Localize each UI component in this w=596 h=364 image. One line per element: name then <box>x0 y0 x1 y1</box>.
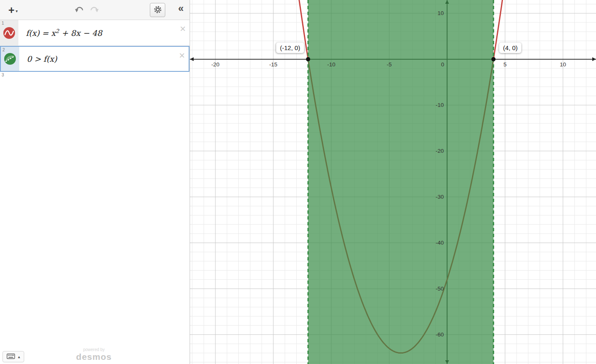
delete-expression-1-button[interactable]: × <box>180 24 186 34</box>
undo-redo-group <box>73 0 100 20</box>
show-keypad-button[interactable]: ▴ <box>3 351 24 362</box>
y-tick-label: 10 <box>437 10 444 16</box>
expression-2-input[interactable]: 0 > f(x) <box>19 47 189 71</box>
settings-button[interactable] <box>150 3 165 17</box>
zero-point[interactable] <box>491 57 495 61</box>
desmos-logo: desmos <box>76 352 111 361</box>
graph-svg[interactable]: -20-15-10-5051010-10-20-30-40-50-60 <box>190 0 596 364</box>
expression-1-pre: f(x) = x <box>26 28 56 38</box>
y-tick-label: -60 <box>436 331 444 338</box>
delete-expression-2-button[interactable]: × <box>179 51 185 61</box>
axis-arrowhead <box>592 57 596 61</box>
caret-up-icon: ▴ <box>18 354 20 359</box>
redo-arrow-icon <box>89 5 99 16</box>
desmos-watermark: powered by desmos <box>76 348 111 361</box>
expression-2-text: 0 > f(x) <box>27 54 57 63</box>
x-tick-label: -5 <box>386 61 391 68</box>
collapse-panel-button[interactable]: « <box>178 3 184 14</box>
expression-2-icon-cell[interactable]: 2 <box>1 47 19 71</box>
expression-1-post: + 8x − 48 <box>59 28 102 38</box>
expression-2-number: 2 <box>3 48 5 52</box>
powered-by-text: powered by <box>76 348 111 352</box>
plus-icon: + <box>8 6 15 14</box>
inequality-region[interactable] <box>308 0 493 364</box>
y-tick-label: -20 <box>436 148 444 154</box>
point-label: (4, 0) <box>499 43 521 53</box>
y-tick-label: -50 <box>436 286 444 292</box>
desmos-graphing-calculator: + ▾ <box>0 0 596 364</box>
y-tick-label: -10 <box>436 102 444 108</box>
keyboard-icon <box>7 354 15 360</box>
y-tick-label: -40 <box>436 240 444 246</box>
add-expression-button[interactable]: + ▾ <box>6 4 20 16</box>
inequality-region-icon[interactable] <box>4 53 16 65</box>
x-tick-label: 5 <box>503 61 507 68</box>
zero-point[interactable] <box>306 57 310 61</box>
redo-button[interactable] <box>88 4 100 17</box>
expression-3-number: 3 <box>2 73 4 77</box>
caret-down-icon: ▾ <box>16 9 18 14</box>
expression-panel: + ▾ <box>0 0 190 364</box>
expression-1-input[interactable]: f(x) = x2 + 8x − 48 <box>18 20 189 46</box>
expression-row-3[interactable]: 3 <box>0 72 189 87</box>
point-label: (-12, 0) <box>276 43 304 53</box>
expression-2-pre: 0 > f(x) <box>27 55 57 64</box>
expression-toolbar: + ▾ <box>0 0 189 20</box>
function-curve-icon[interactable] <box>3 27 15 39</box>
expression-row-2[interactable]: 2 0 > f(x) × <box>0 46 189 72</box>
x-tick-label: 10 <box>560 61 566 68</box>
expression-1-number: 1 <box>2 21 4 25</box>
expression-row-1[interactable]: 1 f(x) = x2 + 8x − 48 × <box>0 20 189 46</box>
y-tick-label: -30 <box>436 194 444 200</box>
graph-canvas[interactable]: -20-15-10-5051010-10-20-30-40-50-60(-12,… <box>190 0 596 364</box>
expression-1-text: f(x) = x2 + 8x − 48 <box>26 28 102 38</box>
x-tick-label: -20 <box>211 61 220 68</box>
expression-1-icon-cell[interactable]: 1 <box>0 20 18 46</box>
axis-arrowhead <box>190 57 194 61</box>
x-tick-label: -10 <box>327 61 336 68</box>
x-tick-label: 0 <box>441 61 444 68</box>
undo-arrow-icon <box>74 5 84 16</box>
expression-1-exponent: 2 <box>56 28 59 34</box>
undo-button[interactable] <box>73 4 85 17</box>
gear-icon <box>154 5 162 15</box>
x-tick-label: -15 <box>269 61 278 68</box>
